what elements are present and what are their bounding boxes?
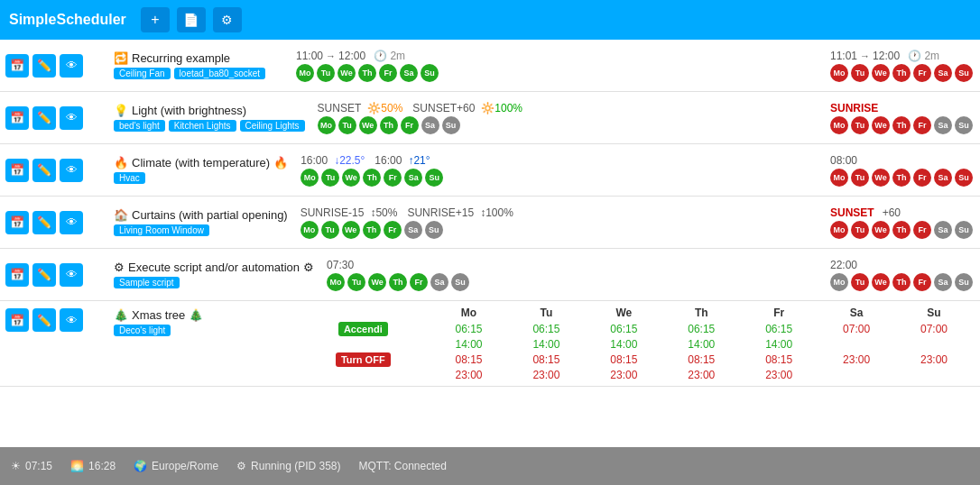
row-info-script: ⚙ Execute script and/or automation ⚙ Sam… — [108, 249, 319, 300]
xmas-off-btn-cell: Turn OFF — [296, 352, 430, 368]
sched-time-light-left: SUNSET 🔆50% SUNSET+60 🔆100% — [318, 102, 522, 114]
status-icon: ⚙ — [236, 460, 246, 472]
footer-sunset: 🌅 16:28 — [70, 460, 116, 472]
days-curtains-right: Mo Tu We Th Fr Sa Su — [830, 221, 973, 239]
xmas-info: 🎄 Xmas tree 🎄 Deco's light — [108, 301, 289, 386]
days-recurring-right: Mo Tu We Th Fr Sa Su — [830, 64, 973, 82]
edit-btn-light[interactable]: ✏️ — [32, 106, 56, 130]
tag-script-0: Sample script — [114, 277, 180, 288]
eye-btn-climate[interactable]: 👁 — [60, 159, 83, 182]
xmas-on-we1: 06:15 — [585, 321, 662, 337]
tag-curtains-0: Living Room Window — [114, 224, 209, 236]
row-info-light: 💡 Light (with brightness) bed's light Ki… — [108, 92, 310, 143]
edit-btn-xmas[interactable]: ✏️ — [32, 308, 56, 332]
tag-recurring-1: loetad_ba80_socket — [174, 68, 266, 79]
calendar-btn-climate[interactable]: 📅 — [5, 159, 29, 182]
calendar-btn-curtains[interactable]: 📅 — [5, 211, 29, 234]
sched-time-light-right: SUNRISE — [830, 102, 973, 114]
xmas-off-we2: 23:00 — [585, 368, 662, 382]
app-title: SimpleScheduler — [9, 12, 126, 28]
tags-curtains: Living Room Window — [114, 224, 288, 236]
tag-light-0: bed's light — [114, 120, 165, 132]
tag-light-2: Ceiling Lights — [240, 120, 305, 132]
xmas-on-sa1: 07:00 — [818, 321, 895, 337]
day-Su: Su — [421, 64, 439, 82]
edit-btn-climate[interactable]: ✏️ — [32, 159, 56, 182]
days-script-left: Mo Tu We Th Fr Sa Su — [327, 273, 469, 291]
status-label: Running (PID 358) — [251, 460, 340, 472]
row-script: 📅 ✏️ 👁 ⚙ Execute script and/or automatio… — [0, 249, 980, 301]
xmas-on-mo2: 14:00 — [430, 337, 508, 352]
xmas-th-empty — [296, 305, 430, 321]
xmas-on-th2: 14:00 — [662, 337, 740, 352]
edit-btn-recurring[interactable]: ✏️ — [32, 54, 56, 78]
row-climate: 📅 ✏️ 👁 🔥 Climate (with temperature) 🔥 Hv… — [0, 144, 980, 197]
sched-light-right: SUNRISE Mo Tu We Th Fr Sa Su — [830, 102, 973, 134]
eye-btn-xmas[interactable]: 👁 — [60, 308, 83, 332]
xmas-actions: 📅 ✏️ 👁 — [0, 301, 108, 386]
xmas-off-fr2: 23:00 — [740, 368, 818, 382]
schedules-script: 07:30 Mo Tu We Th Fr Sa Su 22:00 Mo — [319, 249, 980, 300]
sunset-time: 16:28 — [88, 460, 116, 472]
eye-btn-light[interactable]: 👁 — [60, 106, 83, 130]
xmas-off-tu2: 23:00 — [507, 368, 585, 382]
xmas-header-row: Mo Tu We Th Fr Sa Su — [296, 305, 973, 321]
add-button[interactable]: + — [141, 7, 170, 32]
tags-recurring: Ceiling Fan loetad_ba80_socket — [114, 68, 283, 79]
day-Th: Th — [358, 64, 376, 82]
sched-time-curtains-left: SUNRISE-15 ↕50% SUNRISE+15 ↕100% — [300, 206, 513, 219]
sched-climate-left: 16:00 ↓22.5° 16:00 ↑21° Mo Tu We Th Fr S… — [300, 154, 443, 187]
tag-light-1: Kitchen Lights — [169, 120, 236, 132]
timezone-icon: 🌍 — [134, 460, 147, 472]
xmas-off-btn-empty — [296, 368, 430, 382]
sched-time-script-right: 22:00 — [830, 259, 973, 271]
sched-script-right: 22:00 Mo Tu We Th Fr Sa Su — [830, 259, 973, 291]
day-Fr: Fr — [379, 64, 397, 82]
xmas-th-mo: Mo — [430, 305, 508, 321]
calendar-btn-xmas[interactable]: 📅 — [5, 308, 29, 332]
schedule-list: 📅 ✏️ 👁 🔁 Recurring example Ceiling Fan l… — [0, 40, 980, 447]
days-recurring-left: Mo Tu We Th Fr Sa Su — [296, 64, 439, 82]
row-recurring: 📅 ✏️ 👁 🔁 Recurring example Ceiling Fan l… — [0, 40, 980, 92]
footer-timezone: 🌍 Europe/Rome — [134, 460, 218, 472]
turnoff-button[interactable]: Turn OFF — [336, 352, 391, 367]
xmas-off-we1: 08:15 — [585, 352, 662, 368]
row-title-recurring: 🔁 Recurring example — [114, 51, 283, 65]
tags-climate: Hvac — [114, 172, 288, 184]
settings-button[interactable]: ⚙ — [213, 7, 242, 32]
edit-btn-script[interactable]: ✏️ — [32, 263, 56, 287]
days-curtains-left: Mo Tu We Th Fr Sa Su — [300, 221, 513, 239]
xmas-off-su1: 23:00 — [895, 352, 973, 368]
tag-xmas-0: Deco's light — [114, 325, 171, 336]
xmas-off-mo2: 23:00 — [430, 368, 508, 382]
header: SimpleScheduler + 📄 ⚙ — [0, 0, 980, 40]
tag-climate-0: Hvac — [114, 172, 145, 184]
row-curtains: 📅 ✏️ 👁 🏠 Curtains (with partial opening)… — [0, 197, 980, 249]
tags-light: bed's light Kitchen Lights Ceiling Light… — [114, 120, 305, 132]
xmas-on-btn-cell: Accendi — [296, 321, 430, 337]
eye-btn-recurring[interactable]: 👁 — [60, 54, 83, 78]
xmas-off-su2 — [895, 368, 973, 382]
eye-btn-script[interactable]: 👁 — [60, 263, 83, 287]
sched-time-recurring-left: 11:00 → 12:00 🕐 2m — [296, 50, 439, 62]
sched-time-climate-left: 16:00 ↓22.5° 16:00 ↑21° — [300, 154, 443, 167]
calendar-btn-recurring[interactable]: 📅 — [5, 54, 29, 78]
calendar-btn-light[interactable]: 📅 — [5, 106, 29, 130]
days-climate-left: Mo Tu We Th Fr Sa Su — [300, 169, 443, 187]
xmas-on-fr1: 06:15 — [740, 321, 818, 337]
edit-btn-curtains[interactable]: ✏️ — [32, 211, 56, 234]
xmas-off-th2: 23:00 — [662, 368, 740, 382]
eye-btn-curtains[interactable]: 👁 — [60, 211, 83, 234]
sched-climate-right: 08:00 Mo Tu We Th Fr Sa Su — [830, 154, 973, 187]
row-actions-curtains: 📅 ✏️ 👁 — [0, 197, 108, 248]
row-actions-light: 📅 ✏️ 👁 — [0, 92, 108, 143]
row-actions-recurring: 📅 ✏️ 👁 — [0, 40, 108, 91]
row-info-climate: 🔥 Climate (with temperature) 🔥 Hvac — [108, 144, 293, 196]
day-Tu: Tu — [317, 64, 335, 82]
xmas-on-tu2: 14:00 — [507, 337, 585, 352]
doc-button[interactable]: 📄 — [177, 7, 206, 32]
row-info-curtains: 🏠 Curtains (with partial opening) Living… — [108, 197, 293, 248]
xmas-off-row2: 23:00 23:00 23:00 23:00 23:00 — [296, 368, 973, 382]
accendi-button[interactable]: Accendi — [338, 322, 388, 336]
calendar-btn-script[interactable]: 📅 — [5, 263, 29, 287]
